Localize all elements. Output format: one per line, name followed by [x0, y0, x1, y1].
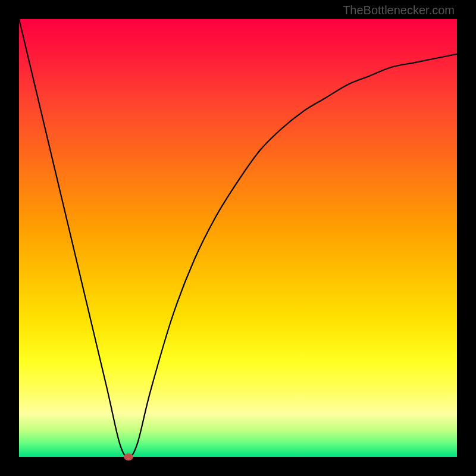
optimal-point-marker [124, 453, 133, 461]
bottleneck-curve [19, 19, 457, 457]
chart-plot-area [19, 19, 457, 457]
attribution-text: TheBottlenecker.com [343, 4, 455, 17]
bottleneck-curve-svg [19, 19, 457, 457]
